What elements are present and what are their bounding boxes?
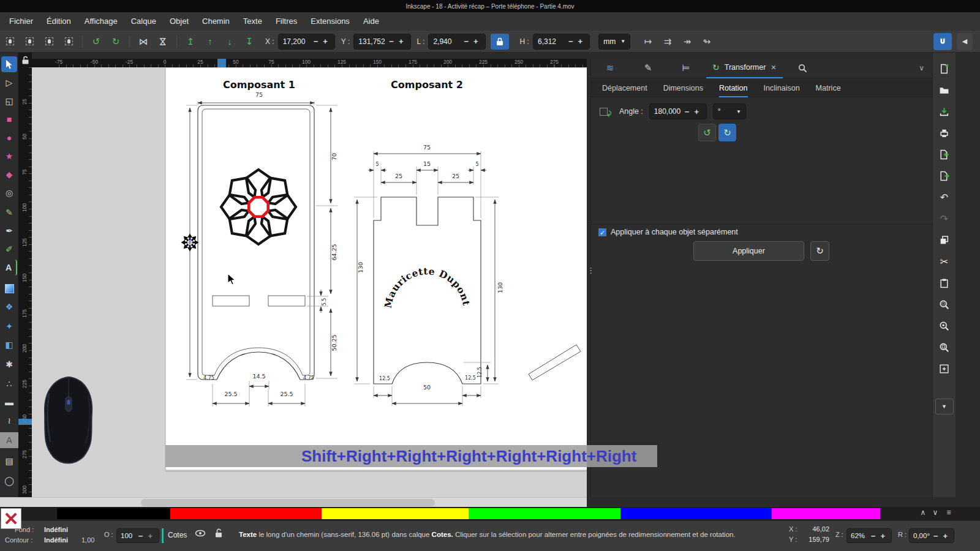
palette-scroll-up[interactable]: ∧: [918, 508, 929, 517]
x-field[interactable]: 17,200 − +: [278, 34, 335, 50]
menu-filtres[interactable]: Filtres: [269, 12, 304, 31]
angle-unit-value[interactable]: °: [718, 107, 721, 116]
no-color-swatch[interactable]: ✕: [1, 508, 21, 529]
menu-extensions[interactable]: Extensions: [304, 12, 356, 31]
rectangle-tool[interactable]: ■: [1, 111, 17, 127]
selector-tool[interactable]: [1, 56, 17, 72]
duplicate-button[interactable]: [937, 233, 952, 247]
menu-objet[interactable]: Objet: [163, 12, 195, 31]
zoom-decrement[interactable]: −: [869, 531, 878, 541]
menu-aide[interactable]: Aide: [356, 12, 386, 31]
dock-collapse-icon[interactable]: ∨: [919, 64, 924, 72]
guide-lock-icon[interactable]: [21, 56, 29, 64]
fill-stroke-dialog-icon[interactable]: ✎: [639, 60, 657, 76]
gradient-tool[interactable]: [1, 280, 17, 296]
palette-red[interactable]: [170, 508, 322, 519]
flip-vertical-button[interactable]: ⋈: [155, 34, 171, 50]
palette-magenta[interactable]: [772, 508, 880, 519]
x-value[interactable]: 17,200: [283, 37, 311, 46]
rotate-clockwise-button[interactable]: ↻: [718, 124, 736, 141]
subtab-deplacement[interactable]: Déplacement: [602, 79, 647, 97]
raise-to-top-button[interactable]: ↥: [183, 34, 198, 50]
opacity-field[interactable]: 100 − +: [116, 528, 159, 543]
rotate-cw-button[interactable]: ↻: [108, 34, 124, 50]
transform-stroke-button[interactable]: ↦: [640, 34, 656, 50]
export-button[interactable]: [937, 168, 952, 183]
text-tool[interactable]: A: [1, 260, 17, 276]
palette-yellow[interactable]: [322, 508, 469, 519]
width-decrement-button[interactable]: −: [461, 37, 471, 46]
height-field[interactable]: 6,312 − +: [533, 34, 590, 50]
raise-button[interactable]: ↑: [202, 34, 218, 50]
width-increment-button[interactable]: +: [471, 37, 481, 46]
paint-bucket-tool[interactable]: ◧: [1, 337, 17, 353]
mesh-gradient-tool[interactable]: ❖: [1, 299, 17, 315]
menu-affichage[interactable]: Affichage: [78, 12, 124, 31]
dock-resize-handle[interactable]: ⋮: [587, 268, 595, 272]
zoom-drawing-button[interactable]: [937, 318, 952, 333]
reset-button[interactable]: ↻: [810, 241, 829, 261]
search-icon[interactable]: [794, 60, 812, 76]
print-button[interactable]: [937, 126, 952, 140]
menu-calque[interactable]: Calque: [124, 12, 163, 31]
horizontal-ruler[interactable]: -75 -50 -25 0 25 50 75 100 125 150 175 2…: [32, 59, 587, 67]
unit-value[interactable]: mm: [603, 37, 616, 46]
spray-tool[interactable]: ∴: [1, 376, 17, 392]
deselect-button[interactable]: [41, 34, 57, 50]
transform-pattern-button[interactable]: ↬: [699, 34, 715, 50]
dropper-tool[interactable]: ✦: [1, 318, 17, 334]
width-value[interactable]: 2,940: [433, 37, 461, 46]
eraser-tool[interactable]: ▬: [1, 394, 17, 410]
vertical-ruler[interactable]: 25 50 75 100 125 150 175 200 225 250 275…: [18, 67, 32, 497]
opacity-value[interactable]: 100: [121, 532, 136, 539]
zoom-value[interactable]: 62%: [851, 532, 869, 539]
flower-center-octagon[interactable]: [249, 197, 268, 216]
node-tool[interactable]: ▷: [1, 75, 17, 91]
select-all-button[interactable]: [2, 34, 18, 50]
layer-visibility-toggle[interactable]: [195, 529, 206, 540]
palette-scroll-down[interactable]: ∨: [930, 508, 941, 517]
zoom-selection-button[interactable]: [937, 297, 952, 312]
save-button[interactable]: [937, 104, 952, 119]
star-tool[interactable]: ★: [1, 148, 17, 164]
lower-to-bottom-button[interactable]: ↧: [241, 34, 257, 50]
y-value[interactable]: 131,752: [358, 37, 386, 46]
menu-edition[interactable]: Édition: [40, 12, 78, 31]
snap-toggle-button[interactable]: [933, 33, 952, 50]
y-increment-button[interactable]: +: [396, 37, 406, 46]
fill-value[interactable]: Indéfini: [44, 526, 68, 533]
x-increment-button[interactable]: +: [320, 37, 330, 46]
zoom-page-button[interactable]: [937, 340, 952, 354]
lpe-tool[interactable]: A: [0, 432, 18, 448]
box3d-tool[interactable]: ◆: [1, 167, 17, 182]
current-layer-label[interactable]: Cotes: [168, 531, 187, 539]
palette-blue[interactable]: [620, 508, 772, 519]
apply-button[interactable]: Appliquer: [693, 241, 804, 261]
layers-dialog-icon[interactable]: ≋: [601, 60, 619, 76]
spiral-tool[interactable]: ◎: [1, 185, 17, 201]
rotation-field[interactable]: 0,00° − +: [909, 528, 954, 543]
zoom-field[interactable]: 62% − +: [846, 528, 892, 543]
scrollbar-thumb[interactable]: [141, 499, 435, 506]
tab-transformer[interactable]: ↻ Transformer ✕: [706, 58, 783, 78]
y-decrement-button[interactable]: −: [386, 37, 396, 46]
paste-button[interactable]: [937, 276, 952, 290]
pencil-tool[interactable]: ✎: [1, 204, 17, 220]
angle-value[interactable]: 180,000: [654, 107, 682, 116]
cut-button[interactable]: ✂: [937, 254, 952, 269]
undo-button[interactable]: ↶: [937, 190, 952, 204]
connector-tool[interactable]: ≀: [1, 413, 17, 429]
transform-gradient-button[interactable]: ↠: [679, 34, 695, 50]
subtab-rotation[interactable]: Rotation: [719, 79, 748, 97]
calligraphy-tool[interactable]: ✐: [1, 241, 17, 257]
zoom-increment[interactable]: +: [878, 531, 888, 541]
rotation-value[interactable]: 0,00°: [913, 532, 931, 539]
opacity-decrement[interactable]: −: [136, 531, 146, 541]
canvas[interactable]: Composant 1 75 70 64.25 5.5: [32, 67, 587, 497]
selection-box-button[interactable]: [61, 34, 77, 50]
horizontal-scrollbar[interactable]: [0, 497, 587, 507]
tweak-tool[interactable]: ✱: [1, 356, 17, 372]
align-dialog-icon[interactable]: ⊨: [677, 60, 695, 76]
zoom-to-fit-button[interactable]: [937, 361, 952, 376]
zoom-tool[interactable]: ◯: [1, 473, 17, 489]
